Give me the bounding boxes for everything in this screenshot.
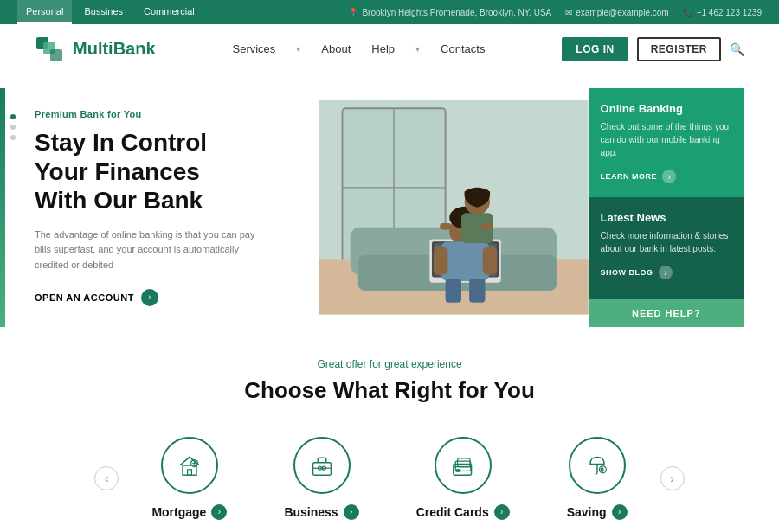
address-info: 📍 Brooklyn Heights Promenade, Brooklyn, …	[348, 8, 551, 17]
hero-cta-label: OPEN AN ACCOUNT	[35, 292, 134, 303]
hero-description: The advantage of online banking is that …	[35, 228, 268, 273]
dot-1	[10, 125, 16, 130]
search-icon[interactable]: 🔍	[730, 42, 744, 56]
hero-cta[interactable]: OPEN AN ACCOUNT ›	[35, 289, 301, 306]
hero-cta-arrow-icon: ›	[141, 289, 158, 306]
panel-online-banking: Online Banking Check out some of the thi…	[589, 88, 744, 197]
hero-accent-bar	[0, 88, 5, 327]
logo-icon	[35, 34, 66, 65]
top-bar-tabs: Personal Bussines Commercial	[17, 0, 203, 24]
mortgage-arrow-icon: ›	[211, 504, 227, 520]
panel-news-link[interactable]: SHOW BLOG ›	[601, 266, 732, 279]
panel-news-desc: Check more information & stories about o…	[601, 229, 732, 255]
svg-rect-17	[446, 279, 461, 302]
svg-rect-2	[50, 49, 62, 61]
address-text: Brooklyn Heights Promenade, Brooklyn, NY…	[362, 8, 551, 17]
register-button[interactable]: REGISTER	[637, 37, 721, 61]
saving-svg: $	[583, 452, 611, 479]
email-icon: ✉	[565, 8, 572, 17]
business-label: Business ›	[284, 504, 358, 520]
panel-online-desc: Check out some of the things you can do …	[601, 120, 732, 159]
choose-subtitle: Great offer for great experience	[35, 358, 744, 370]
svg-rect-20	[483, 247, 497, 275]
panel-news-arrow-icon: ›	[659, 266, 673, 279]
hero-dots	[10, 114, 16, 140]
next-arrow[interactable]: ›	[660, 466, 685, 490]
choose-title: Choose What Right for You	[35, 377, 744, 404]
service-card-credit-cards[interactable]: Credit Cards ›	[392, 428, 534, 529]
tab-business[interactable]: Bussines	[75, 0, 132, 24]
logo-text: MultiBank	[73, 39, 156, 59]
nav-about[interactable]: About	[321, 42, 351, 55]
login-button[interactable]: LOG IN	[562, 37, 628, 61]
hero-panels: Online Banking Check out some of the thi…	[589, 88, 744, 327]
hero-title: Stay In Control Your Finances With Our B…	[35, 128, 301, 215]
logo[interactable]: MultiBank	[35, 34, 156, 65]
credit-cards-svg	[449, 452, 477, 479]
phone-text: +1 462 123 1239	[697, 8, 762, 17]
location-icon: 📍	[348, 8, 358, 17]
credit-cards-icon	[435, 437, 492, 494]
saving-icon: $	[569, 437, 626, 494]
svg-rect-38	[457, 458, 469, 467]
panel-news-title: Latest News	[601, 211, 732, 224]
svg-text:$: $	[601, 467, 604, 472]
hero-content: Premium Bank for You Stay In Control You…	[35, 88, 319, 327]
svg-rect-24	[440, 223, 451, 229]
hero-image	[319, 88, 589, 327]
prev-arrow[interactable]: ‹	[94, 466, 119, 490]
svg-rect-25	[481, 223, 493, 229]
navbar: MultiBank Services ▾ About Help ▾ Contac…	[0, 24, 779, 74]
phone-info: 📞 +1 462 123 1239	[683, 8, 762, 17]
nav-links: Services ▾ About Help ▾ Contacts	[232, 42, 485, 55]
panel-online-arrow-icon: ›	[662, 170, 676, 183]
panel-latest-news: Latest News Check more information & sto…	[589, 197, 744, 299]
service-card-business[interactable]: Business ›	[260, 428, 383, 529]
email-info: ✉ example@example.com	[565, 8, 668, 17]
email-text: example@example.com	[576, 8, 668, 17]
hero-subtitle: Premium Bank for You	[35, 109, 301, 119]
business-svg	[308, 452, 336, 479]
logo-svg	[35, 34, 66, 65]
panel-need-help[interactable]: NEED HELP?	[589, 299, 744, 327]
saving-label: Saving ›	[567, 504, 628, 520]
panel-online-title: Online Banking	[601, 102, 732, 115]
hero-section: Premium Bank for You Stay In Control You…	[35, 88, 744, 327]
dot-active	[10, 114, 16, 119]
svg-rect-19	[434, 247, 447, 275]
dot-2	[10, 135, 16, 140]
service-card-saving[interactable]: $ Saving ›	[543, 428, 652, 529]
hero-image-svg	[319, 88, 589, 327]
phone-icon: 📞	[683, 8, 693, 17]
tab-commercial[interactable]: Commercial	[135, 0, 203, 24]
svg-rect-27	[188, 469, 192, 474]
panel-online-link[interactable]: LEARN MORE ›	[601, 170, 732, 183]
credit-cards-arrow-icon: ›	[494, 504, 510, 520]
top-bar: Personal Bussines Commercial 📍 Brooklyn …	[0, 0, 779, 24]
mortgage-icon	[161, 437, 218, 494]
saving-arrow-icon: ›	[612, 504, 628, 520]
help-arrow-icon: ▾	[415, 44, 420, 54]
business-arrow-icon: ›	[344, 504, 359, 520]
service-card-mortgage[interactable]: Mortgage ›	[127, 428, 251, 529]
credit-cards-label: Credit Cards ›	[416, 504, 510, 520]
tab-personal[interactable]: Personal	[17, 0, 72, 24]
mortgage-svg	[176, 452, 203, 479]
business-icon	[293, 437, 351, 494]
svg-rect-40	[456, 469, 460, 471]
nav-services[interactable]: Services	[232, 42, 275, 55]
panel-news-link-label: SHOW BLOG	[601, 268, 653, 277]
svg-rect-18	[469, 279, 485, 302]
nav-actions: LOG IN REGISTER 🔍	[562, 37, 744, 61]
panel-online-link-label: LEARN MORE	[601, 172, 658, 181]
choose-section: Great offer for great experience Choose …	[0, 327, 779, 532]
top-bar-info: 📍 Brooklyn Heights Promenade, Brooklyn, …	[348, 8, 762, 17]
mortgage-label: Mortgage ›	[151, 504, 227, 520]
svg-rect-16	[441, 241, 489, 281]
services-arrow-icon: ▾	[296, 44, 300, 54]
services-row: ‹ Mortgage ›	[35, 428, 744, 529]
nav-contacts[interactable]: Contacts	[441, 42, 485, 55]
nav-help[interactable]: Help	[371, 42, 395, 55]
